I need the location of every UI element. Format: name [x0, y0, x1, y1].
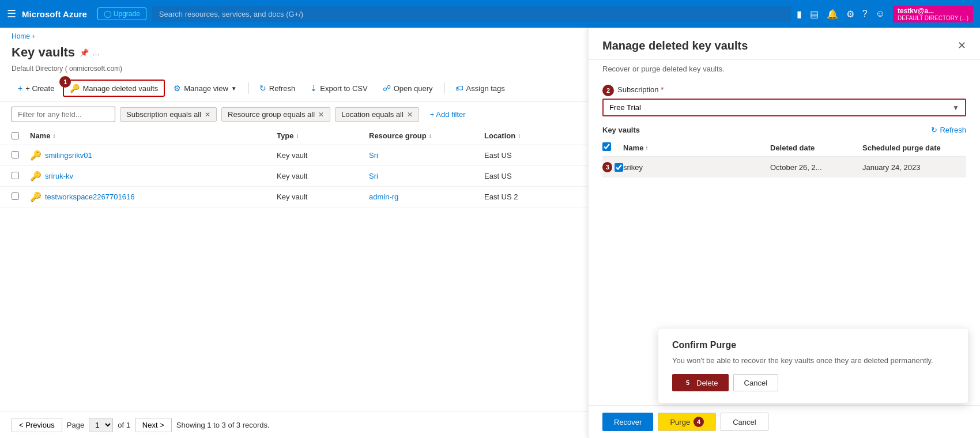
page-label: Page [67, 421, 84, 429]
kv-select-all-checkbox[interactable] [602, 142, 611, 151]
refresh-icon: ↻ [259, 84, 266, 93]
row2-rg: Sri [369, 172, 484, 180]
create-button[interactable]: + + Create [12, 80, 61, 96]
toolbar: + + Create 1 🔑 Manage deleted vaults ⚙ M… [0, 77, 588, 102]
feedback-icon[interactable]: ☺ [876, 9, 885, 19]
delete-button[interactable]: 5 Delete [672, 374, 729, 391]
kv-table-header: Name ↑ Deleted date Scheduled purge date [602, 139, 966, 157]
add-filter-button[interactable]: + Add filter [424, 107, 472, 122]
previous-button[interactable]: < Previous [12, 418, 62, 432]
hamburger-icon[interactable]: ☰ [7, 7, 16, 20]
nav-icons: ▮ ▤ 🔔 ⚙ ? ☺ testkv@a... DEFAULT DIRECTOR… [797, 6, 973, 22]
panel-header: Manage deleted key vaults ✕ [589, 28, 980, 60]
name-column-header[interactable]: Name ↕ [30, 131, 277, 140]
row1-checkbox[interactable] [12, 151, 19, 158]
row2-location: East US [484, 172, 576, 180]
upgrade-button[interactable]: ◯ Upgrade [97, 7, 146, 20]
upgrade-circle-icon: ◯ [104, 10, 111, 18]
confirm-purge-text: You won't be able to recover the key vau… [672, 356, 954, 365]
type-column-header[interactable]: Type ↕ [277, 131, 369, 140]
panel-cancel-button[interactable]: Cancel [721, 413, 768, 431]
username: testkv@a... [898, 7, 934, 15]
confirm-purge-actions: 5 Delete Cancel [672, 374, 954, 391]
kv-deleted-col-header[interactable]: Deleted date [770, 142, 862, 153]
row3-rg: admin-rg [369, 192, 484, 201]
page-select[interactable]: 1 [89, 418, 113, 432]
panel-subtitle: Recover or purge deleted key vaults. [589, 60, 980, 80]
row3-checkbox[interactable] [12, 192, 19, 200]
row1-location: East US [484, 151, 576, 160]
subscription-label: Subscription * [617, 85, 664, 94]
cloud-shell-icon[interactable]: ▮ [797, 9, 802, 20]
export-icon: ⇣ [310, 84, 317, 93]
notification-icon[interactable]: 🔔 [827, 9, 838, 20]
purge-button[interactable]: Purge 4 [658, 413, 716, 431]
main-layout: Home › Key vaults 📌 … Default Directory … [0, 28, 980, 438]
more-options-icon[interactable]: … [92, 48, 100, 57]
portal-icon[interactable]: ▤ [810, 9, 819, 20]
resource-group-filter-tag: Resource group equals all ✕ [221, 107, 330, 122]
refresh-button[interactable]: ↻ Refresh [253, 80, 302, 96]
row1-name: 🔑 smilingsrikv01 [30, 150, 277, 161]
breadcrumb: Home › [0, 28, 588, 43]
records-text: Showing 1 to 3 of 3 records. [176, 421, 270, 429]
directory-info: Default Directory ( onmicrosoft.com) [0, 65, 588, 77]
right-panel: Manage deleted key vaults ✕ Recover or p… [588, 28, 980, 438]
manage-deleted-vaults-button[interactable]: 1 🔑 Manage deleted vaults [63, 80, 165, 97]
kv-purge-col-header[interactable]: Scheduled purge date [862, 142, 966, 153]
loc-sort-icon: ↕ [518, 133, 521, 139]
kv-row-name: srikey [623, 163, 770, 172]
row2-name-link[interactable]: 🔑 sriruk-kv [30, 171, 277, 182]
export-csv-button[interactable]: ⇣ Export to CSV [304, 80, 374, 96]
kv-row-checkbox[interactable] [615, 163, 623, 172]
kv-refresh-button[interactable]: ↻ Refresh [931, 126, 966, 134]
row2-checkbox[interactable] [12, 172, 19, 179]
manage-view-button[interactable]: ⚙ Manage view ▼ [167, 80, 243, 96]
kv-name-col-header[interactable]: Name ↑ [623, 142, 770, 153]
location-column-header[interactable]: Location ↕ [484, 131, 576, 140]
row1-rg-link[interactable]: Sri [369, 151, 378, 160]
assign-tags-button[interactable]: 🏷 Assign tags [449, 80, 511, 96]
settings-icon[interactable]: ⚙ [846, 9, 854, 20]
open-query-button[interactable]: ☍ Open query [376, 80, 439, 96]
recover-button[interactable]: Recover [602, 413, 653, 431]
row2-type: Key vault [277, 172, 369, 180]
step2-badge: 2 [602, 85, 614, 96]
location-filter-close[interactable]: ✕ [407, 111, 413, 119]
row3-checkbox-cell [12, 192, 30, 202]
help-icon[interactable]: ? [862, 9, 868, 19]
step3-badge: 3 [602, 162, 612, 172]
breadcrumb-sep: › [32, 32, 35, 40]
row2-rg-link[interactable]: Sri [369, 172, 378, 180]
checkbox-header [12, 131, 30, 140]
select-all-checkbox[interactable] [12, 132, 19, 139]
resource-group-filter-close[interactable]: ✕ [318, 111, 324, 119]
next-button[interactable]: Next > [135, 418, 172, 432]
toolbar-divider [248, 82, 248, 94]
keyvault-icon: 🔑 [30, 150, 42, 161]
resource-group-column-header[interactable]: Resource group ↕ [369, 131, 484, 140]
keyvault-icon-3: 🔑 [30, 191, 42, 202]
search-input[interactable] [152, 6, 791, 22]
confirm-cancel-button[interactable]: Cancel [733, 374, 778, 391]
pin-icon[interactable]: 📌 [80, 48, 89, 57]
row1-name-link[interactable]: 🔑 smilingsrikv01 [30, 150, 277, 161]
location-filter-tag: Location equals all ✕ [335, 107, 419, 122]
row3-name-link[interactable]: 🔑 testworkspace2267701616 [30, 191, 277, 202]
user-badge[interactable]: testkv@a... DEFAULT DIRECTORY (...) [893, 6, 973, 22]
toolbar-divider-2 [444, 82, 444, 94]
breadcrumb-home[interactable]: Home [12, 32, 30, 40]
panel-close-button[interactable]: ✕ [958, 39, 966, 52]
type-sort-icon: ↕ [296, 133, 299, 139]
manage-view-icon: ⚙ [174, 84, 181, 93]
content-area: Home › Key vaults 📌 … Default Directory … [0, 28, 588, 438]
page-header-icons: 📌 … [80, 48, 100, 57]
table-row: 🔑 sriruk-kv Key vault Sri East US [0, 166, 588, 187]
page-header: Key vaults 📌 … [0, 43, 588, 65]
filter-input[interactable] [12, 107, 115, 122]
subscription-select[interactable]: Free Trial [604, 100, 947, 115]
panel-title: Manage deleted key vaults [602, 39, 748, 52]
row1-type: Key vault [277, 151, 369, 160]
subscription-filter-close[interactable]: ✕ [205, 111, 210, 119]
row3-rg-link[interactable]: admin-rg [369, 192, 398, 201]
